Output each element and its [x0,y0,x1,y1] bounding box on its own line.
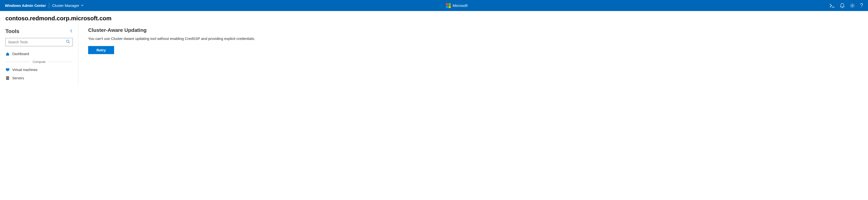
host-name: contoso.redmond.corp.microsoft.com [5,15,112,22]
search-input[interactable] [8,40,66,44]
svg-rect-0 [446,3,448,5]
svg-rect-1 [448,3,451,5]
main-content: Cluster-Aware Updating You can't use Clu… [79,24,868,85]
svg-point-5 [67,40,69,43]
svg-rect-2 [446,6,448,8]
context-label: Cluster Manager [52,3,79,8]
monitor-icon [5,68,10,72]
collapse-chevron-icon[interactable] [70,29,73,34]
sidebar-item-dashboard[interactable]: Dashboard [0,50,78,58]
search-icon[interactable] [66,40,70,44]
chevron-down-icon [81,3,84,8]
context-dropdown[interactable]: Cluster Manager [52,3,84,8]
product-name[interactable]: Windows Admin Center [5,3,46,8]
microsoft-logo-icon [446,3,451,8]
help-icon[interactable] [860,3,863,8]
powershell-icon[interactable] [830,4,835,8]
sidebar-item-label: Servers [12,76,24,80]
svg-rect-7 [6,68,9,70]
svg-rect-3 [448,6,451,8]
top-bar: Windows Admin Center Cluster Manager Mic… [0,0,868,11]
top-bar-left: Windows Admin Center Cluster Manager [5,3,84,8]
sidebar-item-label: Dashboard [12,52,29,56]
sidebar-item-virtual-machines[interactable]: Virtual machines [0,66,78,74]
svg-rect-8 [7,71,8,71]
settings-gear-icon[interactable] [850,3,855,8]
top-bar-right [830,3,863,8]
svg-point-4 [851,5,853,6]
home-icon [5,52,10,56]
sidebar-title: Tools [5,28,19,35]
topbar-divider [49,3,49,8]
sidebar-item-label: Virtual machines [12,68,37,72]
top-bar-center: Microsoft [84,3,830,8]
section-compute: Compute [0,58,78,66]
svg-rect-9 [6,76,9,77]
breadcrumb: contoso.redmond.corp.microsoft.com [0,11,868,24]
sidebar-header: Tools [0,26,78,38]
search-tools-box[interactable] [5,38,73,46]
sidebar: Tools Dashboard Compute Virtual machine [0,24,79,85]
page-title: Cluster-Aware Updating [88,27,858,33]
svg-line-6 [69,42,70,43]
brand-label: Microsoft [453,3,468,8]
error-message: You can't use Cluster-Aware updating too… [88,36,858,41]
sidebar-item-servers[interactable]: Servers [0,74,78,82]
server-icon [5,76,10,80]
section-label: Compute [30,60,48,64]
body-area: Tools Dashboard Compute Virtual machine [0,24,868,85]
notifications-icon[interactable] [840,3,844,8]
retry-button[interactable]: Retry [88,46,114,54]
svg-rect-10 [6,77,9,78]
svg-rect-11 [6,79,9,80]
